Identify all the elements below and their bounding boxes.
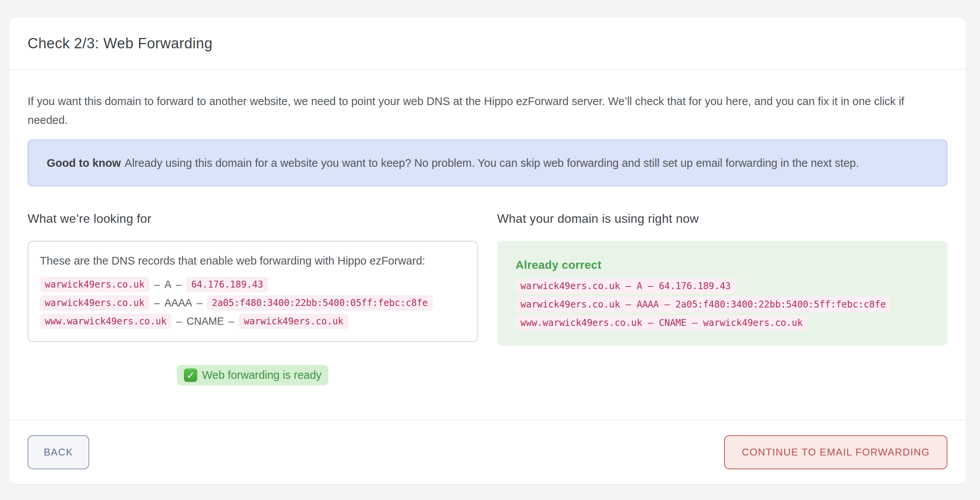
dns-host-chip: warwick49ers.co.uk (40, 277, 149, 292)
check-mark-icon: ✓ (184, 368, 197, 382)
current-records-heading: What your domain is using right now (497, 212, 948, 225)
callout-text: Good to knowAlready using this domain fo… (47, 153, 928, 173)
dns-host-chip: www.warwick49ers.co.uk (40, 314, 172, 329)
dns-record-row: warwick49ers.co.uk – A – 64.176.189.43 (40, 277, 466, 292)
continue-button[interactable]: CONTINUE TO EMAIL FORWARDING (724, 435, 947, 469)
dns-separator: – (154, 297, 160, 309)
back-button[interactable]: BACK (28, 435, 89, 469)
current-record-row: www.warwick49ers.co.uk — CNAME — warwick… (516, 315, 929, 331)
dns-separator: – (197, 297, 202, 309)
current-records-section: What your domain is using right now Alre… (497, 212, 948, 346)
current-record-row: warwick49ers.co.uk — A — 64.176.189.43 (516, 278, 929, 294)
intro-paragraph: If you want this domain to forward to an… (28, 92, 916, 130)
dns-record-type: AAAA (164, 297, 192, 309)
callout-label: Good to know (47, 157, 121, 169)
current-record-row: warwick49ers.co.uk — AAAA — 2a05:f480:34… (516, 297, 929, 312)
dns-record-row: warwick49ers.co.uk – AAAA – 2a05:f480:34… (40, 295, 466, 311)
dns-separator: – (176, 279, 182, 291)
status-badge-label: Web forwarding is ready (202, 369, 321, 382)
status-badge-row: ✓ Web forwarding is ready (28, 365, 478, 385)
card-header: Check 2/3: Web Forwarding (9, 18, 966, 70)
dns-record-type: A (164, 279, 171, 291)
dns-separator: – (176, 316, 182, 327)
expected-records-heading: What we’re looking for (28, 212, 478, 225)
card-footer: BACK CONTINUE TO EMAIL FORWARDING (9, 420, 966, 484)
good-to-know-callout: Good to knowAlready using this domain fo… (28, 140, 947, 186)
card-body: If you want this domain to forward to an… (9, 70, 966, 420)
current-records-box: Already correct warwick49ers.co.uk — A —… (497, 241, 948, 346)
dns-host-chip: warwick49ers.co.uk (40, 295, 149, 311)
wizard-card: Check 2/3: Web Forwarding If you want th… (9, 18, 966, 484)
current-record-chip: warwick49ers.co.uk — AAAA — 2a05:f480:34… (516, 297, 891, 312)
dns-value-chip: warwick49ers.co.uk (239, 314, 348, 329)
expected-records-box: These are the DNS records that enable we… (28, 241, 478, 342)
current-record-chip: warwick49ers.co.uk — A — 64.176.189.43 (516, 278, 736, 294)
dns-columns: What we’re looking for These are the DNS… (28, 212, 947, 385)
page-title: Check 2/3: Web Forwarding (28, 35, 213, 52)
expected-records-intro: These are the DNS records that enable we… (40, 253, 466, 268)
already-correct-heading: Already correct (516, 258, 929, 271)
current-record-chip: www.warwick49ers.co.uk — CNAME — warwick… (516, 315, 808, 331)
web-forwarding-ready-badge: ✓ Web forwarding is ready (177, 365, 328, 385)
page-background: Check 2/3: Web Forwarding If you want th… (0, 0, 980, 500)
expected-records-section: What we’re looking for These are the DNS… (28, 212, 478, 385)
dns-value-chip: 64.176.189.43 (186, 277, 268, 292)
dns-separator: – (154, 279, 160, 291)
dns-separator: – (228, 316, 234, 327)
dns-record-type: CNAME (187, 316, 224, 327)
dns-value-chip: 2a05:f480:3400:22bb:5400:05ff:febc:c8fe (207, 295, 433, 311)
dns-record-row: www.warwick49ers.co.uk – CNAME – warwick… (40, 314, 466, 329)
callout-body: Already using this domain for a website … (125, 157, 859, 169)
